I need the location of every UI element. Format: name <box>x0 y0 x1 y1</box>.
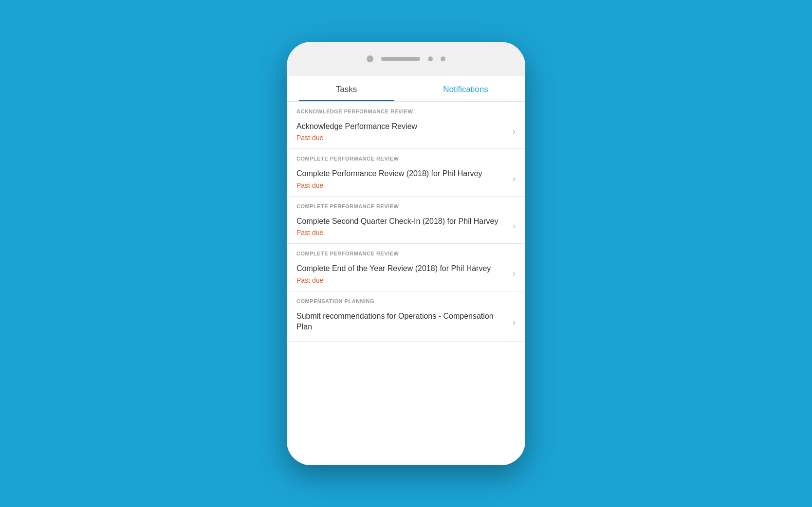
task-section-2: COMPLETE PERFORMANCE REVIEW Complete Per… <box>287 149 525 196</box>
tab-bar: Tasks Notifications <box>287 76 525 102</box>
task-title-4: Complete End of the Year Review (2018) f… <box>296 263 508 274</box>
chevron-right-icon-1: › <box>513 127 516 137</box>
task-category-5: COMPENSATION PLANNING <box>287 291 525 307</box>
task-content-4: Complete End of the Year Review (2018) f… <box>296 263 508 284</box>
task-section-4: COMPLETE PERFORMANCE REVIEW Complete End… <box>287 244 525 291</box>
phone-dot-far-right <box>441 56 445 61</box>
task-content-2: Complete Performance Review (2018) for P… <box>296 168 508 189</box>
task-section-1: ACKNOWLEDGE PERFORMANCE REVIEW Acknowled… <box>287 102 525 149</box>
phone-speaker <box>381 57 420 61</box>
task-list: ACKNOWLEDGE PERFORMANCE REVIEW Acknowled… <box>287 102 525 465</box>
chevron-right-icon-4: › <box>513 269 516 279</box>
task-status-4: Past due <box>296 276 508 284</box>
task-section-5: COMPENSATION PLANNING Submit recommendat… <box>287 291 525 342</box>
task-status-1: Past due <box>296 134 508 142</box>
phone-top-bar <box>287 42 525 76</box>
task-title-2: Complete Performance Review (2018) for P… <box>296 168 508 179</box>
task-section-3: COMPLETE PERFORMANCE REVIEW Complete Sec… <box>287 197 525 244</box>
task-status-2: Past due <box>296 181 508 189</box>
task-category-3: COMPLETE PERFORMANCE REVIEW <box>287 197 525 212</box>
task-title-5: Submit recommendations for Operations - … <box>296 311 508 333</box>
task-title-1: Acknowledge Performance Review <box>296 121 508 132</box>
phone-screen: Tasks Notifications ACKNOWLEDGE PERFORMA… <box>287 76 525 465</box>
phone-camera-icon <box>367 55 373 62</box>
task-status-3: Past due <box>296 229 508 236</box>
task-category-2: COMPLETE PERFORMANCE REVIEW <box>287 149 525 164</box>
task-row-3[interactable]: Complete Second Quarter Check-In (2018) … <box>287 212 525 243</box>
task-row-1[interactable]: Acknowledge Performance Review Past due … <box>287 117 525 148</box>
tab-notifications[interactable]: Notifications <box>406 76 525 101</box>
chevron-right-icon-3: › <box>513 221 516 231</box>
tab-tasks[interactable]: Tasks <box>287 76 406 101</box>
task-row-2[interactable]: Complete Performance Review (2018) for P… <box>287 164 525 196</box>
phone-dot-right <box>428 56 433 61</box>
chevron-right-icon-2: › <box>513 174 516 184</box>
task-row-4[interactable]: Complete End of the Year Review (2018) f… <box>287 259 525 290</box>
task-content-3: Complete Second Quarter Check-In (2018) … <box>296 216 508 236</box>
task-content-5: Submit recommendations for Operations - … <box>296 311 508 335</box>
task-category-4: COMPLETE PERFORMANCE REVIEW <box>287 244 525 259</box>
task-content-1: Acknowledge Performance Review Past due <box>296 121 508 142</box>
task-category-1: ACKNOWLEDGE PERFORMANCE REVIEW <box>287 102 525 117</box>
chevron-right-icon-5: › <box>513 317 516 327</box>
phone-frame: Tasks Notifications ACKNOWLEDGE PERFORMA… <box>287 42 525 465</box>
task-row-5[interactable]: Submit recommendations for Operations - … <box>287 307 525 342</box>
task-title-3: Complete Second Quarter Check-In (2018) … <box>296 216 508 227</box>
